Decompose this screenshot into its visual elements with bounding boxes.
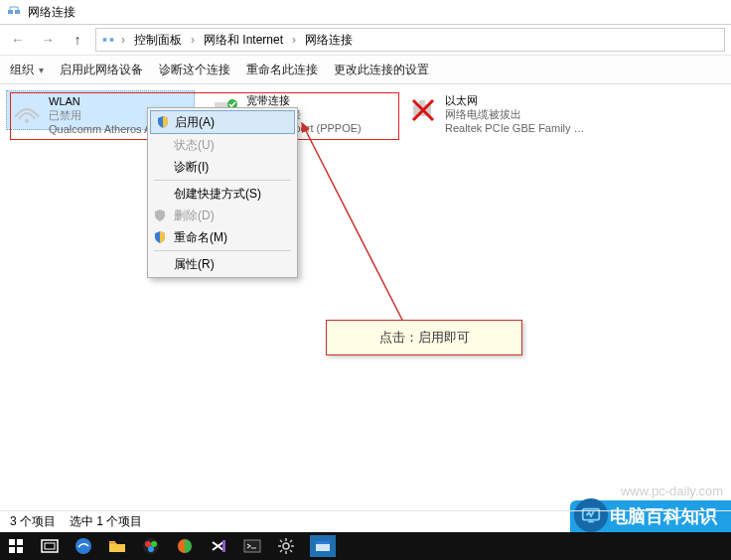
taskbar-terminal-icon[interactable] [242,536,262,556]
menu-separator [154,180,291,181]
annotation-text: 点击：启用即可 [379,329,470,347]
nav-forward-button: → [36,28,60,52]
svg-point-4 [25,119,29,123]
breadcrumb[interactable]: › 控制面板 › 网络和 Internet › 网络连接 [95,28,725,52]
svg-point-22 [145,541,151,547]
nav-up-button[interactable]: ↑ [66,28,89,52]
start-button[interactable] [6,536,26,556]
adapter-name: 以太网 [445,94,588,108]
context-menu-status-label: 状态(U) [174,137,215,154]
shield-icon [152,208,168,223]
taskbar-edge-icon[interactable] [73,536,93,556]
context-menu-enable-label: 启用(A) [175,114,215,131]
context-menu-create-shortcut-label: 创建快捷方式(S) [174,186,261,203]
svg-rect-26 [222,540,225,552]
toolbar-organize-label: 组织 [10,63,34,76]
breadcrumb-control-panel[interactable]: 控制面板 [130,30,186,51]
svg-point-28 [283,543,289,549]
taskbar [0,532,731,560]
window-title: 网络连接 [28,4,75,21]
svg-line-33 [280,540,282,542]
nav-back-button[interactable]: ← [6,28,30,52]
toolbar-change-settings[interactable]: 更改此连接的设置 [334,62,429,78]
annotation-callout: 点击：启用即可 [326,320,522,355]
toolbar-diagnose[interactable]: 诊断这个连接 [159,62,230,78]
wifi-disabled-icon [11,95,43,127]
menu-separator [154,250,291,251]
content-area: WLAN 已禁用 Qualcomm Atheros AR... 宽带连接 已断开… [0,84,731,513]
svg-rect-14 [17,539,23,545]
app-icon [6,4,22,20]
svg-rect-1 [15,10,20,14]
svg-rect-27 [244,540,260,552]
chevron-down-icon: ▾ [39,65,44,75]
taskbar-active-window-icon[interactable] [310,535,336,557]
taskbar-visual-studio-icon[interactable] [209,536,228,556]
context-menu-delete-label: 删除(D) [174,208,215,224]
taskbar-settings-icon[interactable] [276,536,296,556]
status-item-count: 3 个项目 [10,513,56,530]
context-menu-diagnose-label: 诊断(I) [174,159,209,176]
context-menu: 启用(A) 状态(U) 诊断(I) 创建快捷方式(S) 删除(D) 重命名(M)… [147,107,298,278]
watermark-url: www.pc-daily.com [621,484,723,498]
breadcrumb-sep: › [188,33,198,47]
svg-rect-38 [316,541,330,544]
context-menu-rename[interactable]: 重命名(M) [148,226,297,248]
task-view-button[interactable] [40,536,60,556]
svg-rect-3 [110,38,114,42]
context-menu-status: 状态(U) [148,134,297,156]
command-toolbar: 组织 ▾ 启用此网络设备 诊断这个连接 重命名此连接 更改此连接的设置 [0,56,731,84]
taskbar-app-icon-2[interactable] [175,536,195,556]
shield-icon [155,114,171,130]
toolbar-organize[interactable]: 组织 ▾ [10,62,44,78]
svg-line-36 [280,550,282,552]
adapter-ethernet[interactable]: 以太网 网络电缆被拔出 Realtek PCIe GBE Family Cont… [403,90,592,130]
context-menu-properties[interactable]: 属性(R) [148,253,297,275]
breadcrumb-network-connections[interactable]: 网络连接 [301,30,357,51]
breadcrumb-icon [100,32,116,48]
svg-point-24 [148,546,154,552]
svg-rect-18 [45,543,55,549]
svg-rect-0 [8,10,13,14]
breadcrumb-sep: › [289,33,299,47]
svg-rect-2 [103,38,107,42]
context-menu-create-shortcut[interactable]: 创建快捷方式(S) [148,183,297,205]
context-menu-delete: 删除(D) [148,205,297,226]
svg-point-19 [75,538,91,554]
svg-line-34 [290,550,292,552]
breadcrumb-sep: › [118,33,128,47]
svg-rect-16 [17,547,23,553]
status-bar: 3 个项目 选中 1 个项目 [0,510,731,532]
address-bar: ← → ↑ › 控制面板 › 网络和 Internet › 网络连接 [0,25,731,56]
adapter-device: Realtek PCIe GBE Family Contr... [445,122,588,136]
context-menu-rename-label: 重命名(M) [174,229,227,246]
status-selected-count: 选中 1 个项目 [70,513,142,530]
breadcrumb-network-internet[interactable]: 网络和 Internet [200,30,287,51]
toolbar-enable-adapter[interactable]: 启用此网络设备 [60,62,143,78]
svg-rect-13 [9,539,15,545]
svg-rect-17 [42,540,58,552]
context-menu-enable[interactable]: 启用(A) [150,110,295,134]
shield-icon [152,229,168,245]
taskbar-file-explorer-icon[interactable] [107,536,127,556]
taskbar-app-icon-1[interactable] [141,536,161,556]
toolbar-rename[interactable]: 重命名此连接 [246,62,318,78]
svg-rect-20 [109,541,115,544]
svg-line-35 [290,540,292,542]
adapter-status: 网络电缆被拔出 [445,108,588,122]
context-menu-properties-label: 属性(R) [174,256,215,273]
context-menu-diagnose[interactable]: 诊断(I) [148,156,297,178]
svg-rect-15 [9,547,15,553]
adapter-name: 宽带连接 [246,94,362,108]
ethernet-unplugged-icon [407,94,439,126]
svg-point-23 [151,541,157,547]
